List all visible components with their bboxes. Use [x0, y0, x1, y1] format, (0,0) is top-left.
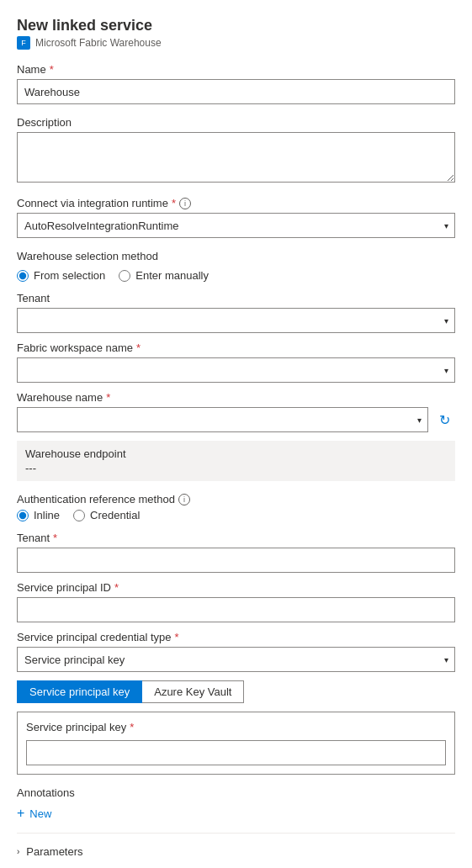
warehouse-endpoint-label: Warehouse endpoint: [25, 447, 447, 460]
description-textarea[interactable]: [17, 132, 455, 183]
add-new-label: New: [29, 807, 51, 820]
auth-tenant-label: Tenant: [17, 532, 50, 544]
refresh-icon: ↻: [439, 412, 450, 428]
workspace-required: *: [136, 341, 141, 354]
fabric-icon: F: [17, 36, 30, 50]
service-key-label: Service principal key: [26, 721, 126, 733]
sp-id-required: *: [114, 581, 119, 594]
advanced-collapsible[interactable]: › Advanced i: [17, 865, 455, 868]
description-label: Description: [17, 116, 72, 129]
warehouse-selection-label: Warehouse selection method: [17, 250, 158, 262]
credential-type-select[interactable]: Service principal key: [17, 647, 455, 672]
runtime-info-icon[interactable]: i: [179, 198, 191, 209]
radio-inline[interactable]: Inline: [17, 509, 60, 521]
name-required: *: [50, 63, 54, 76]
name-input[interactable]: [17, 79, 455, 104]
credential-type-required: *: [175, 631, 179, 643]
radio-from-selection[interactable]: From selection: [17, 269, 105, 282]
tab-service-principal-key[interactable]: Service principal key: [17, 680, 142, 703]
service-key-input[interactable]: [26, 740, 446, 765]
auth-info-icon[interactable]: i: [178, 494, 190, 505]
tenant-select[interactable]: [17, 308, 455, 333]
workspace-select[interactable]: [17, 357, 455, 383]
parameters-collapsible[interactable]: › Parameters: [17, 839, 455, 865]
tab-azure-key-vault[interactable]: Azure Key Vault: [142, 680, 244, 703]
parameters-label: Parameters: [26, 845, 82, 858]
radio-credential[interactable]: Credential: [73, 509, 140, 521]
runtime-label: Connect via integration runtime: [17, 197, 168, 209]
warehouse-name-select[interactable]: [17, 407, 428, 432]
refresh-button[interactable]: ↻: [433, 407, 455, 432]
warehouse-name-label: Warehouse name: [17, 391, 103, 404]
service-key-required: *: [130, 721, 134, 733]
tenant-label: Tenant: [17, 292, 50, 304]
warehouse-endpoint-value: ---: [25, 462, 447, 474]
runtime-required: *: [172, 197, 176, 209]
auth-tenant-input[interactable]: [17, 548, 455, 573]
panel-title: New linked service: [17, 17, 455, 34]
sp-id-label: Service principal ID: [17, 581, 111, 594]
workspace-label: Fabric workspace name: [17, 341, 133, 354]
auth-tenant-required: *: [53, 532, 57, 544]
parameters-chevron: ›: [17, 847, 19, 856]
panel-subtitle: Microsoft Fabric Warehouse: [35, 37, 162, 49]
credential-type-label: Service principal credential type: [17, 631, 172, 643]
sp-id-input[interactable]: [17, 597, 455, 622]
name-label: Name: [17, 63, 46, 76]
runtime-select[interactable]: AutoResolveIntegrationRuntime: [17, 213, 455, 238]
warehouse-name-required: *: [106, 391, 110, 404]
auth-method-label: Authentication reference method: [17, 493, 175, 505]
annotations-label: Annotations: [17, 786, 455, 799]
add-new-button[interactable]: + New: [17, 806, 51, 821]
plus-icon: +: [17, 806, 24, 821]
radio-enter-manually[interactable]: Enter manually: [119, 269, 209, 282]
